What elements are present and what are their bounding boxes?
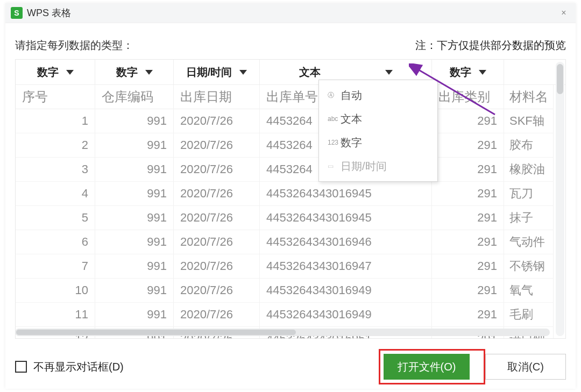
col-type-label: 数字 [450, 65, 471, 80]
chevron-down-icon [239, 70, 247, 75]
col-type-selector-extra[interactable] [504, 60, 554, 84]
auto-icon: Ⓐ [328, 91, 341, 100]
dialog-wps-table: S WPS 表格 × 请指定每列数据的类型： 注：下方仅提供部分数据的预览 数字… [5, 3, 576, 388]
close-icon[interactable]: × [557, 6, 570, 19]
cell-material: 氧气 [504, 279, 554, 303]
col-type-label: 文本 [299, 65, 321, 80]
number-icon: 123 [328, 139, 341, 146]
cell-out-date: 2020/7/26 [174, 133, 260, 158]
cell-seq: 10 [16, 279, 95, 303]
cell-out-date: 2020/7/26 [174, 230, 260, 254]
type-dropdown[interactable]: Ⓐ 自动 abc 文本 123 数字 ▭ 日期/时间 [318, 80, 438, 182]
cell-out-kind: 291 [432, 182, 504, 206]
dialog-footer: 不再显示对话框(D) 打开文件(O) 取消(C) [5, 345, 576, 389]
cell-material: 不锈钢 [504, 254, 554, 279]
cell-out-no: 4453264343016949 [260, 279, 432, 303]
dont-show-checkbox[interactable]: 不再显示对话框(D) [15, 360, 124, 374]
cell-warehouse: 991 [95, 254, 174, 279]
cell-material: SKF轴 [504, 109, 554, 133]
scrollbar-thumb[interactable] [557, 64, 563, 94]
col-type-selector[interactable]: 数字 [16, 60, 95, 84]
cell-warehouse: 991 [95, 230, 174, 254]
vertical-scrollbar[interactable] [556, 62, 564, 336]
header-warehouse: 仓库编码 [95, 85, 174, 109]
cell-out-date: 2020/7/26 [174, 254, 260, 279]
header-material: 材料名 [504, 85, 554, 109]
table-row: 19912020/7/264453264291SKF轴 [16, 109, 565, 133]
cell-warehouse: 991 [95, 158, 174, 182]
cell-out-kind: 291 [432, 133, 504, 158]
col-type-selector[interactable]: 数字 [95, 60, 174, 84]
cell-out-kind: 291 [432, 254, 504, 279]
table-row: 39912020/7/264453264291橡胶油 [16, 158, 565, 182]
table-row: 69912020/7/264453264343016946291气动件 [16, 230, 565, 254]
cell-seq: 11 [16, 303, 95, 327]
cell-material: 瓦刀 [504, 182, 554, 206]
cell-material: 橡胶油 [504, 158, 554, 182]
table-row: 29912020/7/264453264291胶布 [16, 133, 565, 158]
dropdown-item-text[interactable]: abc 文本 [319, 107, 437, 131]
col-type-label: 数字 [116, 65, 138, 80]
dropdown-label: 文本 [341, 112, 362, 126]
date-icon: ▭ [328, 162, 341, 170]
col-type-label: 数字 [37, 65, 59, 80]
app-icon: S [11, 7, 23, 19]
horizontal-scrollbar[interactable] [15, 329, 550, 336]
cell-seq: 2 [16, 133, 95, 158]
cell-out-kind: 291 [432, 303, 504, 327]
chevron-down-icon [385, 70, 393, 75]
cell-out-no: 4453264343016945 [260, 182, 432, 206]
cell-out-kind: 291 [432, 279, 504, 303]
table-header-row: 序号 仓库编码 出库日期 出库单号 出库类别 材料名 [16, 85, 565, 109]
cell-seq: 7 [16, 254, 95, 279]
table-row: 109912020/7/264453264343016949291氧气 [16, 279, 565, 303]
open-file-button[interactable]: 打开文件(O) [384, 354, 470, 380]
cell-out-date: 2020/7/26 [174, 182, 260, 206]
cell-seq: 5 [16, 206, 95, 230]
cell-out-no: 4453264343016946 [260, 230, 432, 254]
dont-show-label: 不再显示对话框(D) [33, 360, 124, 374]
cell-material: 胶布 [504, 133, 554, 158]
dropdown-label: 自动 [341, 88, 362, 103]
preview-table: 数字 数字 日期/时间 文本 数字 [15, 59, 566, 339]
chevron-down-icon [479, 70, 486, 75]
cell-seq: 1 [16, 109, 95, 133]
cell-out-kind: 291 [432, 109, 504, 133]
text-icon: abc [328, 115, 341, 123]
dropdown-item-auto[interactable]: Ⓐ 自动 [319, 83, 437, 107]
cell-warehouse: 991 [95, 182, 174, 206]
chevron-down-icon [66, 70, 74, 75]
column-type-hint: 请指定每列数据的类型： [15, 38, 133, 53]
dropdown-item-number[interactable]: 123 数字 [319, 131, 437, 154]
header-seq: 序号 [16, 85, 95, 109]
col-type-label: 日期/时间 [186, 65, 232, 80]
highlight-annotation: 打开文件(O) [379, 349, 485, 384]
titlebar: S WPS 表格 × [5, 3, 576, 23]
dropdown-label: 数字 [341, 136, 362, 150]
table-row: 49912020/7/264453264343016945291瓦刀 [16, 182, 565, 206]
cell-material: 抹子 [504, 206, 554, 230]
cancel-button[interactable]: 取消(C) [485, 354, 566, 380]
dropdown-label: 日期/时间 [341, 159, 387, 174]
cell-out-kind: 291 [432, 206, 504, 230]
dropdown-item-date: ▭ 日期/时间 [319, 154, 437, 178]
cell-out-date: 2020/7/26 [174, 158, 260, 182]
preview-note: 注：下方仅提供部分数据的预览 [415, 38, 566, 53]
header-out-kind: 出库类别 [432, 85, 504, 109]
cell-out-date: 2020/7/26 [174, 279, 260, 303]
checkbox-icon[interactable] [15, 361, 27, 373]
chevron-down-icon [145, 70, 153, 75]
scrollbar-thumb[interactable] [16, 330, 296, 335]
column-type-row: 数字 数字 日期/时间 文本 数字 [16, 60, 565, 85]
col-type-selector[interactable]: 日期/时间 [174, 60, 260, 84]
cell-out-kind: 291 [432, 158, 504, 182]
cell-out-no: 4453264343016945 [260, 206, 432, 230]
table-row: 79912020/7/264453264343016947291不锈钢 [16, 254, 565, 279]
cell-out-no: 4453264343016947 [260, 254, 432, 279]
table-row: 119912020/7/264453264343016949291毛刷 [16, 303, 565, 327]
cell-warehouse: 991 [95, 206, 174, 230]
cell-seq: 6 [16, 230, 95, 254]
cell-seq: 3 [16, 158, 95, 182]
col-type-selector[interactable]: 数字 [432, 60, 504, 84]
cell-warehouse: 991 [95, 279, 174, 303]
